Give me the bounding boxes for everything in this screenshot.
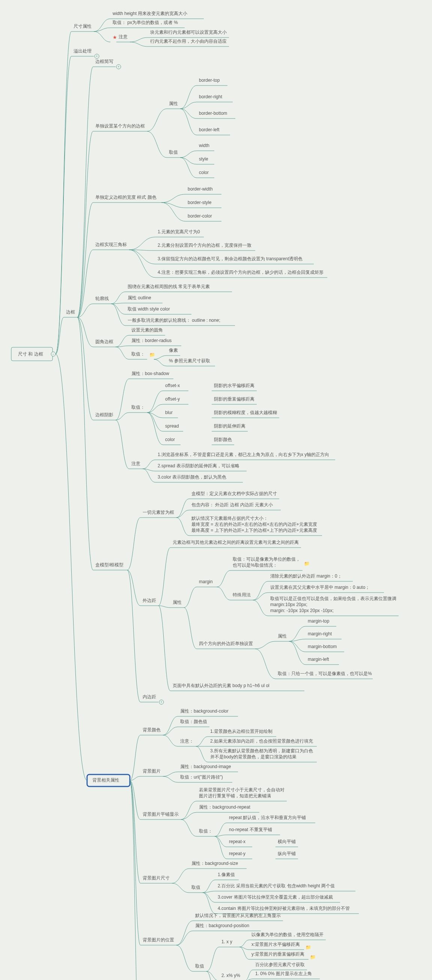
overflow[interactable]: 溢出处理 <box>71 48 94 56</box>
svg-text:阴影颜色: 阴影颜色 <box>214 437 232 442</box>
node: 块元素和行内元素都可以设置宽高大小 <box>148 30 229 38</box>
svg-text:包含内容： 外边距 边框 内边距 元素大小: 包含内容： 外边距 边框 内边距 元素大小 <box>191 502 273 508</box>
node: 设置元素的圆角 <box>129 328 165 335</box>
node: 3.cover 将图片等比拉伸至完全覆盖元素，超出部分做减裁 <box>215 894 340 902</box>
svg-text:阴影的水平偏移距离: 阴影的水平偏移距离 <box>214 383 255 388</box>
node: 属性 <box>276 633 289 641</box>
svg-text:width: width <box>199 143 209 148</box>
svg-text:元素边框与其他元素边框之间的距离设置元素与元素之间的距离: 元素边框与其他元素边框之间的距离设置元素与元素之间的距离 <box>173 540 299 545</box>
svg-text:属性：background-size: 属性：background-size <box>191 861 238 866</box>
svg-text:溢出处理: 溢出处理 <box>73 48 92 54</box>
node: 阴影的水平偏移距离 <box>212 383 257 391</box>
node[interactable]: 边框简写 <box>93 59 116 67</box>
svg-text:border-width: border-width <box>188 186 213 192</box>
svg-text:margin-right: margin-right <box>308 631 332 636</box>
node: 盒模型/框模型 <box>93 562 127 570</box>
node: 轮廓线 <box>93 296 111 304</box>
svg-text:单独设置某个方向的边框: 单独设置某个方向的边框 <box>95 123 145 129</box>
svg-text:1.元素的宽高尺寸为0: 1.元素的宽高尺寸为0 <box>158 229 200 234</box>
svg-text:注意：: 注意： <box>180 738 194 744</box>
svg-text:背景相关属性: 背景相关属性 <box>92 778 120 783</box>
svg-text:属性: 属性 <box>173 600 182 605</box>
svg-text:border-color: border-color <box>188 213 212 219</box>
svg-text:1. x y: 1. x y <box>222 939 232 944</box>
svg-text:4.contain 将图片等比拉伸至刚好被元素容纳，未填充到: 4.contain 将图片等比拉伸至刚好被元素容纳，未填充到的部分不管 <box>218 906 350 911</box>
node: 清除元素的默认外边距 margin：0； <box>268 573 353 581</box>
svg-text:尺寸属性: 尺寸属性 <box>73 24 92 29</box>
node: 属性 outline <box>125 295 163 303</box>
node: style <box>197 156 214 164</box>
node: 取值：只给一个值，可以是像素值，也可以是% <box>276 671 373 679</box>
node: 4.注意：想要实现三角标，必须设置四个方向的边框，缺少的话，边框会回复成矩形 <box>155 270 327 278</box>
node: % 参照元素尺寸获取 <box>167 358 215 366</box>
svg-text:外边距: 外边距 <box>143 598 156 603</box>
node: 阴影颜色 <box>212 437 234 445</box>
node[interactable]: 内边距 <box>140 694 158 702</box>
svg-text:清除元素的默认外边距   margin：0；: 清除元素的默认外边距 margin：0； <box>270 573 342 579</box>
node: 设置元素在其父元素中水平居中 margin：0 auto； <box>268 585 384 593</box>
svg-text:y:背景图片的垂直偏移距离: y:背景图片的垂直偏移距离 <box>252 951 304 957</box>
svg-text:取值：url("图片路径"): 取值：url("图片路径") <box>180 775 223 780</box>
svg-text:内边距: 内边距 <box>143 694 156 700</box>
svg-text:阴影的延伸距离: 阴影的延伸距离 <box>214 423 245 429</box>
node: 横向平铺 <box>276 839 298 847</box>
svg-text:3.保留指定方向的边框颜色可见，剩余边框颜色设置为 tran: 3.保留指定方向的边框颜色可见，剩余边框颜色设置为 transparent透明色 <box>158 256 303 261</box>
svg-text:+: + <box>160 700 162 704</box>
border[interactable]: 边框 <box>64 309 77 317</box>
size-attr[interactable]: 尺寸属性 <box>71 24 94 32</box>
svg-text:属性  outline: 属性 outline <box>128 295 151 301</box>
node: 属性：background-repeat <box>197 805 259 812</box>
folder-icon: 📁 <box>310 954 316 960</box>
node: 一切元素皆为框 <box>140 510 176 517</box>
node: color <box>197 170 214 178</box>
node: 默认情况下，背景图片从元素的左上角显示 <box>193 913 283 921</box>
node: offset-x <box>163 383 188 391</box>
node: 围绕在元素边框周围的线 常见于表单元素 <box>125 284 232 292</box>
svg-text:也可以是%取值情况：: 也可以是%取值情况： <box>233 563 277 568</box>
svg-text:1.背景颜色从边框位置开始绘制: 1.背景颜色从边框位置开始绘制 <box>210 729 273 734</box>
svg-text:轮廓线: 轮廓线 <box>95 296 109 301</box>
svg-text:margin: margin <box>199 579 213 584</box>
node: repeat-y <box>227 851 252 859</box>
node: 取值 width style color <box>125 306 191 314</box>
bg-attrs[interactable]: 背景相关属性 <box>92 778 120 783</box>
node: 取值： px为单位的数值，或者 % <box>110 20 185 28</box>
svg-text:2.spread 表示阴影的延伸距离，可以省略: 2.spread 表示阴影的延伸距离，可以省略 <box>158 463 239 468</box>
svg-text:style: style <box>199 156 208 162</box>
node: 取值： <box>129 405 147 412</box>
node: repeat 默认值，沿水平和垂直方向平铺 <box>227 815 315 823</box>
node: color <box>163 437 180 445</box>
node: y:背景图片的垂直偏移距离 <box>249 951 309 959</box>
node: 外边距 <box>140 598 158 606</box>
node: 2.百分比 采用当前元素的尺寸获取 包含width height 两个值 <box>215 883 355 891</box>
node: 纵向平铺 <box>276 851 298 859</box>
svg-text:2. x% y%: 2. x% y% <box>222 973 240 978</box>
node: 2.如果元素添加内边距，也会按照背景颜色进行填充 <box>208 738 317 746</box>
svg-text:取值  width style  color: 取值 width style color <box>128 306 170 312</box>
node: x:背景图片水平偏移距离 <box>249 942 304 950</box>
node: margin-left <box>306 657 339 665</box>
svg-text:属性：border-radius: 属性：border-radius <box>131 338 172 343</box>
svg-text:取值：颜色值: 取值：颜色值 <box>180 719 207 724</box>
svg-text:取值: 取值 <box>195 964 204 969</box>
svg-text:设置元素的圆角: 设置元素的圆角 <box>131 328 163 332</box>
svg-text:尺寸 和 边框: 尺寸 和 边框 <box>18 352 43 357</box>
svg-text:取值：: 取值： <box>199 829 212 834</box>
svg-text:offset-x: offset-x <box>165 383 180 388</box>
svg-text:属性：background-color: 属性：background-color <box>180 708 229 714</box>
svg-text:border-right: border-right <box>199 94 223 99</box>
node: 单独设置某个方向的边框 <box>93 123 147 131</box>
node: no-repeat 不重复平铺 <box>227 827 280 835</box>
node: 背景颜色 <box>140 727 163 735</box>
node: 取值：url("图片路径") <box>178 775 232 782</box>
node: 3.保留指定方向的边框颜色可见，剩余边框颜色设置为 transparent透明色 <box>155 256 314 264</box>
svg-text:边框实现三角标: 边框实现三角标 <box>95 242 127 247</box>
svg-text:+: + <box>96 54 97 58</box>
svg-text:margin-top: margin-top <box>308 619 330 624</box>
svg-text:3.cover 将图片等比拉伸至完全覆盖元素，超出部分做减裁: 3.cover 将图片等比拉伸至完全覆盖元素，超出部分做减裁 <box>218 894 333 900</box>
svg-text:注意: 注意 <box>131 461 140 466</box>
node: 圆角边框 <box>93 339 116 347</box>
star-icon: ★ <box>113 35 117 40</box>
node: 属性：background-image <box>178 764 238 772</box>
node: 属性：background-size <box>189 861 247 869</box>
